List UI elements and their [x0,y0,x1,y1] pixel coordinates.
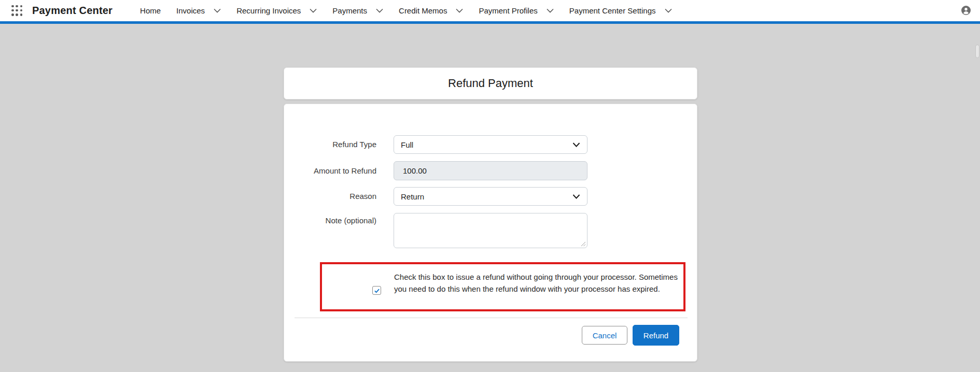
chevron-down-icon [665,8,672,13]
refund-type-label: Refund Type [284,140,376,149]
refund-button[interactable]: Refund [633,325,679,346]
nav-item-invoices[interactable]: Invoices [176,6,221,15]
nav-item-payment-profiles[interactable]: Payment Profiles [479,6,553,15]
app-title: Payment Center [32,5,113,17]
nav-item-credit-memos[interactable]: Credit Memos [399,6,463,15]
modal-title: Refund Payment [448,77,533,90]
chevron-down-icon [456,8,463,13]
nav-item-home[interactable]: Home [140,6,161,15]
chevron-down-icon [376,8,383,13]
processor-bypass-description: Check this box to issue a refund without… [394,271,688,295]
refund-type-select[interactable]: Full [394,135,587,154]
processor-bypass-checkbox[interactable] [372,286,381,295]
nav-item-payment-center-settings[interactable]: Payment Center Settings [569,6,672,15]
nav-item-payments[interactable]: Payments [332,6,383,15]
cancel-button[interactable]: Cancel [582,326,627,345]
amount-to-refund-label: Amount to Refund [284,166,376,175]
top-nav-bar: Payment Center Home Invoices Recurring I… [0,0,980,24]
nav-item-recurring-invoices[interactable]: Recurring Invoices [236,6,317,15]
chevron-down-icon [310,8,317,13]
reason-select[interactable]: Return [394,187,587,206]
reason-value: Return [401,192,572,201]
chevron-down-icon [572,142,580,147]
refund-modal-header: Refund Payment [284,67,697,99]
note-label: Note (optional) [284,216,376,225]
chevron-down-icon [572,194,580,199]
app-launcher-icon[interactable] [11,5,23,17]
amount-to-refund-input[interactable] [394,161,587,180]
footer-divider [295,318,688,318]
refund-type-value: Full [401,140,572,149]
main-nav: Home Invoices Recurring Invoices Payment… [140,6,671,15]
note-textarea[interactable] [394,213,587,248]
chevron-down-icon [214,8,221,13]
reason-label: Reason [284,192,376,201]
checkmark-icon [374,288,380,294]
refund-modal-body: Refund Type Full Amount to Refund Reason… [284,104,697,362]
chevron-down-icon [547,8,554,13]
user-avatar-icon[interactable] [961,6,971,15]
note-field-wrapper [394,213,587,248]
vertical-scrollbar-thumb[interactable] [975,45,979,58]
